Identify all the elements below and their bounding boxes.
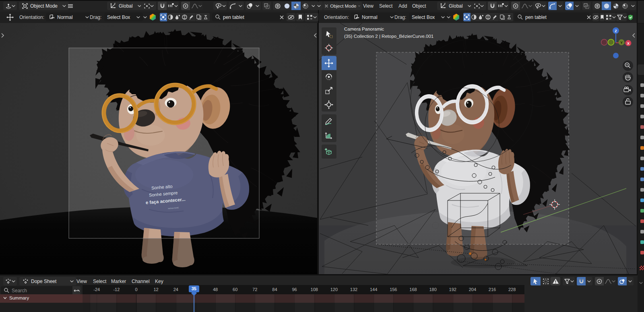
svg-text:Y: Y — [620, 41, 623, 45]
svg-text:Z: Z — [615, 29, 617, 33]
svg-text:(35) Collection 2 | Retopo_Béz: (35) Collection 2 | Retopo_BézierCurve.0… — [344, 34, 433, 39]
svg-text:Camera Panoramic: Camera Panoramic — [344, 27, 384, 31]
svg-text:X: X — [627, 41, 630, 45]
